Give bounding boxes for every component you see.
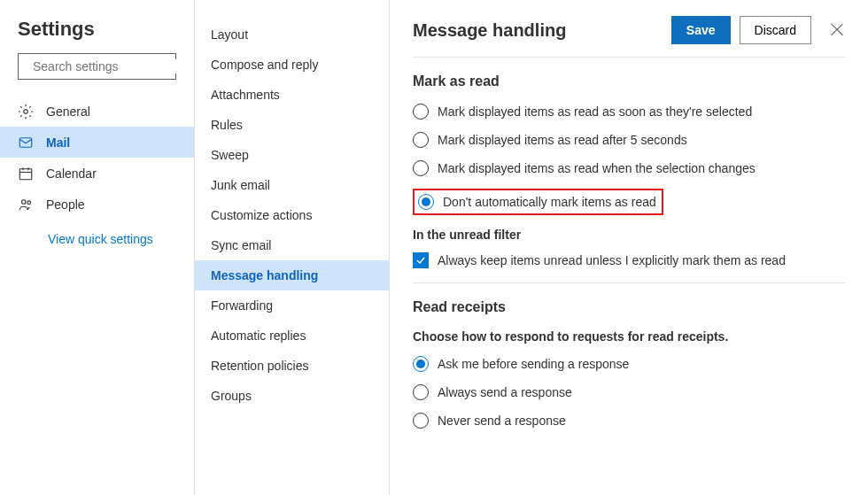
receipt-option-never[interactable]: Never send a response — [413, 413, 845, 429]
page-title: Message handling — [413, 20, 671, 41]
close-icon[interactable] — [829, 22, 845, 38]
option-label: Never send a response — [438, 414, 566, 428]
subnav-retention[interactable]: Retention policies — [195, 351, 389, 381]
nav-people[interactable]: People — [0, 189, 194, 220]
subnav-junk[interactable]: Junk email — [195, 170, 389, 200]
option-label: Mark displayed items as read after 5 sec… — [438, 133, 687, 147]
save-button[interactable]: Save — [671, 16, 731, 44]
subnav-layout[interactable]: Layout — [195, 19, 389, 50]
subnav-rules[interactable]: Rules — [195, 110, 389, 140]
gear-icon — [18, 104, 34, 120]
read-receipts-heading: Read receipts — [413, 299, 845, 315]
calendar-icon — [18, 166, 34, 182]
read-receipts-desc: Choose how to respond to requests for re… — [413, 329, 845, 344]
content-header: Message handling Save Discard — [413, 16, 845, 58]
subnav-groups[interactable]: Groups — [195, 381, 389, 411]
subnav-sync[interactable]: Sync email — [195, 230, 389, 260]
radio-icon — [413, 413, 429, 429]
radio-icon — [418, 194, 434, 210]
radio-icon — [413, 132, 429, 148]
subnav-attachments[interactable]: Attachments — [195, 80, 389, 110]
subnav-sweep[interactable]: Sweep — [195, 140, 389, 170]
mark-option-selected[interactable]: Mark displayed items as read as soon as … — [413, 104, 845, 120]
svg-point-8 — [22, 199, 27, 204]
settings-title: Settings — [0, 18, 194, 53]
nav-general[interactable]: General — [0, 96, 194, 127]
nav-label: General — [46, 104, 90, 119]
mark-option-selection-change[interactable]: Mark displayed items as read when the se… — [413, 160, 845, 176]
radio-icon — [413, 160, 429, 176]
receipt-option-always[interactable]: Always send a response — [413, 384, 845, 400]
svg-rect-4 — [19, 168, 32, 179]
subnav-autoreply[interactable]: Automatic replies — [195, 321, 389, 351]
search-input[interactable] — [33, 59, 188, 73]
option-label: Mark displayed items as read when the se… — [438, 161, 756, 175]
svg-point-9 — [27, 200, 31, 204]
option-label: Don't automatically mark items as read — [443, 195, 656, 209]
radio-icon — [413, 384, 429, 400]
checkbox-label: Always keep items unread unless I explic… — [438, 253, 786, 267]
option-label: Mark displayed items as read as soon as … — [438, 104, 752, 119]
radio-icon — [413, 104, 429, 120]
nav-label: People — [46, 197, 85, 212]
radio-icon — [413, 356, 429, 372]
discard-button[interactable]: Discard — [740, 16, 811, 44]
unread-filter-heading: In the unread filter — [413, 228, 845, 242]
mark-option-dont-mark[interactable]: Don't automatically mark items as read — [418, 194, 656, 210]
view-quick-settings-link[interactable]: View quick settings — [0, 220, 194, 246]
mark-as-read-heading: Mark as read — [413, 73, 845, 89]
nav-label: Calendar — [46, 166, 97, 181]
nav-calendar[interactable]: Calendar — [0, 158, 194, 189]
highlighted-option: Don't automatically mark items as read — [413, 189, 663, 215]
settings-content: Message handling Save Discard Mark as re… — [390, 0, 868, 495]
mail-icon — [18, 135, 34, 151]
subnav-compose[interactable]: Compose and reply — [195, 50, 389, 80]
people-icon — [18, 197, 34, 213]
svg-point-2 — [24, 109, 28, 113]
mail-settings-subnav: Layout Compose and reply Attachments Rul… — [195, 0, 390, 495]
divider — [413, 282, 845, 283]
receipt-option-ask[interactable]: Ask me before sending a response — [413, 356, 845, 372]
nav-label: Mail — [46, 135, 70, 150]
svg-rect-3 — [19, 137, 32, 147]
mark-option-delay[interactable]: Mark displayed items as read after 5 sec… — [413, 132, 845, 148]
option-label: Always send a response — [438, 385, 572, 399]
unread-keep-checkbox[interactable]: Always keep items unread unless I explic… — [413, 252, 845, 268]
subnav-customize[interactable]: Customize actions — [195, 200, 389, 230]
nav-mail[interactable]: Mail — [0, 127, 194, 158]
option-label: Ask me before sending a response — [438, 357, 629, 371]
subnav-forwarding[interactable]: Forwarding — [195, 290, 389, 321]
subnav-message-handling[interactable]: Message handling — [195, 260, 389, 290]
settings-sidebar: Settings General Mail Calendar People Vi… — [0, 0, 195, 495]
search-settings-box[interactable] — [18, 53, 176, 80]
checkbox-icon — [413, 252, 429, 268]
